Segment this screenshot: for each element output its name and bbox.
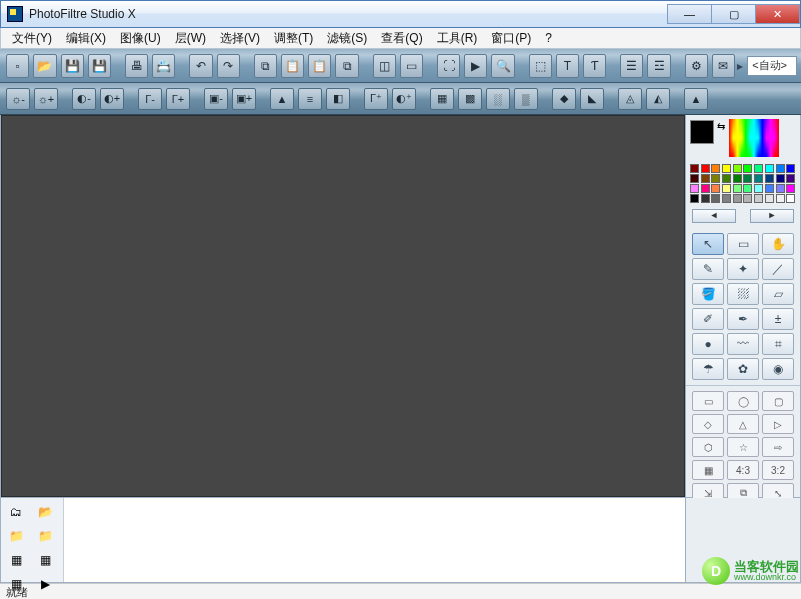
clone-icon[interactable]: ⧉ xyxy=(335,54,358,78)
ratio-32-icon[interactable]: 3:2 xyxy=(762,460,794,480)
blur-tool-icon[interactable]: ● xyxy=(692,333,724,355)
palette-swatch[interactable] xyxy=(711,184,720,193)
grayscale-icon[interactable]: ◧ xyxy=(326,88,350,110)
saturation-plus-icon[interactable]: ▣+ xyxy=(232,88,256,110)
palette-swatch[interactable] xyxy=(701,184,710,193)
palette-swatch[interactable] xyxy=(701,164,710,173)
explorer-yellow1-icon[interactable]: 📁 xyxy=(5,526,27,546)
menu-7[interactable]: 查看(Q) xyxy=(374,28,429,49)
slideshow-icon[interactable]: ▶ xyxy=(464,54,487,78)
contrast-minus-icon[interactable]: ◐- xyxy=(72,88,96,110)
explorer-tree-icon[interactable]: 🗂 xyxy=(5,502,27,522)
shape-diamond-icon[interactable]: ◇ xyxy=(692,414,724,434)
menu-3[interactable]: 层(W) xyxy=(168,28,213,49)
palette-swatch[interactable] xyxy=(722,164,731,173)
blur-icon[interactable]: ▒ xyxy=(514,88,538,110)
palette-swatch[interactable] xyxy=(765,164,774,173)
layer-manager-icon[interactable]: ☲ xyxy=(647,54,670,78)
clone-tool-icon[interactable]: ⌗ xyxy=(762,333,794,355)
fgbg-swatch[interactable]: ⇆ xyxy=(690,120,726,156)
line-tool-icon[interactable]: ／ xyxy=(762,258,794,280)
menu-9[interactable]: 窗口(P) xyxy=(484,28,538,49)
text-tool-icon[interactable]: Ƭ xyxy=(583,54,606,78)
layer-new-icon[interactable]: ☰ xyxy=(620,54,643,78)
gamma-plus-icon[interactable]: Γ+ xyxy=(166,88,190,110)
palette-swatch[interactable] xyxy=(733,194,742,203)
palette-swatch[interactable] xyxy=(690,194,699,203)
shape-triangle-icon[interactable]: △ xyxy=(727,414,759,434)
text-icon[interactable]: T xyxy=(556,54,579,78)
deform-tool-icon[interactable]: ◉ xyxy=(762,358,794,380)
palette-swatch[interactable] xyxy=(711,174,720,183)
palette-swatch[interactable] xyxy=(776,174,785,183)
hand-tool-icon[interactable]: ✋ xyxy=(762,233,794,255)
menu-8[interactable]: 工具(R) xyxy=(430,28,485,49)
shape-hex-icon[interactable]: ⬡ xyxy=(692,437,724,457)
palette-prev-button[interactable]: ◄ xyxy=(692,209,736,223)
palette-swatch[interactable] xyxy=(786,174,795,183)
palette-swatch[interactable] xyxy=(776,194,785,203)
save-as-icon[interactable]: 💾 xyxy=(88,54,111,78)
menu-1[interactable]: 编辑(X) xyxy=(59,28,113,49)
smudge-tool-icon[interactable]: 〰 xyxy=(727,333,759,355)
saturation-minus-icon[interactable]: ▣- xyxy=(204,88,228,110)
shape-rect-icon[interactable]: ▭ xyxy=(692,391,724,411)
brightness-minus-icon[interactable]: ☼- xyxy=(6,88,30,110)
posterize-icon[interactable]: ▩ xyxy=(458,88,482,110)
auto-levels-icon[interactable]: Γ⁺ xyxy=(364,88,388,110)
explorer-checker-icon[interactable]: ▦ xyxy=(5,550,27,570)
undo-icon[interactable]: ↶ xyxy=(189,54,212,78)
image-size-icon[interactable]: ◫ xyxy=(373,54,396,78)
shape-rtriangle-icon[interactable]: ▷ xyxy=(762,414,794,434)
color-spectrum[interactable] xyxy=(729,119,779,157)
histogram-icon[interactable]: ▲ xyxy=(270,88,294,110)
preferences-icon[interactable]: ✉ xyxy=(712,54,735,78)
menu-5[interactable]: 调整(T) xyxy=(267,28,320,49)
brightness-plus-icon[interactable]: ☼+ xyxy=(34,88,58,110)
gradient-icon[interactable]: ◣ xyxy=(580,88,604,110)
palette-swatch[interactable] xyxy=(690,164,699,173)
ratio-43-icon[interactable]: 4:3 xyxy=(727,460,759,480)
dither-icon[interactable]: ▦ xyxy=(430,88,454,110)
palette-swatch[interactable] xyxy=(754,194,763,203)
auto-arrow-icon[interactable]: ▸ xyxy=(737,59,743,73)
spray-tool-icon[interactable]: ⛆ xyxy=(727,283,759,305)
explorer-play-icon[interactable]: ▶ xyxy=(34,574,56,594)
palette-swatch[interactable] xyxy=(722,184,731,193)
noise-icon[interactable]: ░ xyxy=(486,88,510,110)
palette-swatch[interactable] xyxy=(711,194,720,203)
paste-special-icon[interactable]: 📋 xyxy=(308,54,331,78)
maximize-button[interactable]: ▢ xyxy=(711,4,756,24)
canvas-area[interactable] xyxy=(1,115,685,497)
palette-swatch[interactable] xyxy=(765,184,774,193)
thumbnail-area[interactable] xyxy=(63,498,685,582)
shape-arrow-icon[interactable]: ⇨ xyxy=(762,437,794,457)
shape-roundrect-icon[interactable]: ▢ xyxy=(762,391,794,411)
explorer-add-icon[interactable]: 📂 xyxy=(34,502,56,522)
variations-r-icon[interactable]: ◭ xyxy=(646,88,670,110)
menu-6[interactable]: 滤镜(S) xyxy=(320,28,374,49)
print-icon[interactable]: 🖶 xyxy=(125,54,148,78)
palette-swatch[interactable] xyxy=(765,174,774,183)
explorer-yellow2-icon[interactable]: 📁 xyxy=(34,526,56,546)
scanner-icon[interactable]: 📇 xyxy=(152,54,175,78)
palette-swatch[interactable] xyxy=(786,184,795,193)
brush-tool-icon[interactable]: ✐ xyxy=(692,308,724,330)
palette-swatch[interactable] xyxy=(743,194,752,203)
new-icon[interactable]: ▫ xyxy=(6,54,29,78)
menu-10[interactable]: ? xyxy=(538,29,559,47)
ratio-free-icon[interactable]: ▦ xyxy=(692,460,724,480)
redo-icon[interactable]: ↷ xyxy=(217,54,240,78)
gamma-minus-icon[interactable]: Γ- xyxy=(138,88,162,110)
rect-select-tool-icon[interactable]: ▭ xyxy=(727,233,759,255)
menu-2[interactable]: 图像(U) xyxy=(113,28,168,49)
shape-star-icon[interactable]: ☆ xyxy=(727,437,759,457)
eraser-tool-icon[interactable]: ▱ xyxy=(762,283,794,305)
palette-swatch[interactable] xyxy=(743,164,752,173)
foreground-color-swatch[interactable] xyxy=(690,120,714,144)
palette-swatch[interactable] xyxy=(786,194,795,203)
fill-tool-icon[interactable]: 🪣 xyxy=(692,283,724,305)
palette-next-button[interactable]: ► xyxy=(750,209,794,223)
paste-icon[interactable]: 📋 xyxy=(281,54,304,78)
canvas-size-icon[interactable]: ▭ xyxy=(400,54,423,78)
